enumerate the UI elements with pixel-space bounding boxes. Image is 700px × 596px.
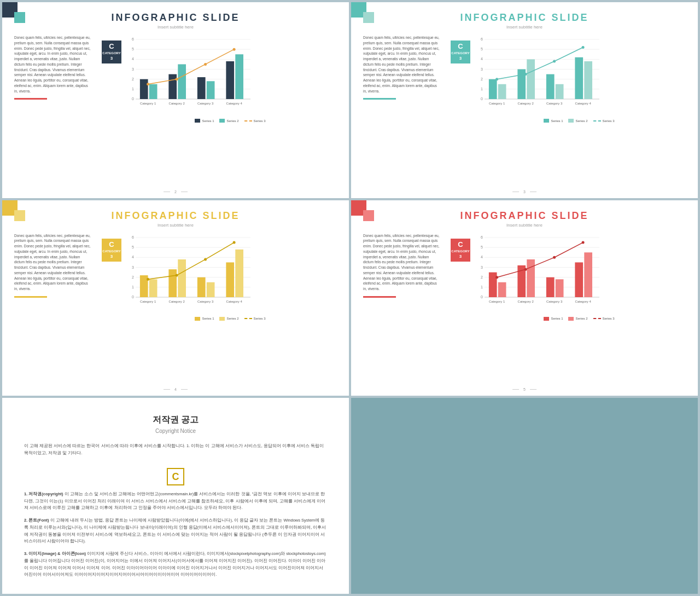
svg-rect-112 bbox=[527, 259, 535, 297]
svg-rect-114 bbox=[546, 277, 555, 297]
svg-text:Category 3: Category 3 bbox=[546, 300, 563, 303]
svg-text:Category 2: Category 2 bbox=[168, 300, 185, 303]
svg-text:Category 4: Category 4 bbox=[575, 300, 591, 303]
accent-line bbox=[363, 98, 396, 100]
body-text: Donec quam felis, ultricies nec, pellent… bbox=[14, 35, 91, 94]
page-number: 4 bbox=[164, 387, 188, 391]
copyright-section-1: 1. 저작권(copyright) 이 고해는 소스 및 서비스된 고해에는 어… bbox=[24, 491, 327, 512]
svg-rect-87 bbox=[235, 249, 243, 297]
svg-rect-19 bbox=[178, 64, 186, 99]
slide-content: Donec quam felis, ultricies nec, pellent… bbox=[363, 35, 686, 123]
svg-text:6: 6 bbox=[481, 235, 483, 239]
svg-rect-81 bbox=[178, 259, 186, 297]
legend-series2: Series 2 bbox=[568, 317, 587, 321]
chart-legend: Series 1Series 2Series 3 bbox=[124, 119, 337, 123]
page-number: 5 bbox=[512, 387, 536, 391]
legend-series1: Series 1 bbox=[544, 119, 563, 123]
svg-text:Category 1: Category 1 bbox=[489, 300, 505, 303]
corner-decoration bbox=[2, 2, 40, 32]
body-text: Donec quam felis, ultricies nec, pellent… bbox=[14, 233, 91, 292]
svg-text:2: 2 bbox=[132, 275, 134, 279]
svg-text:2: 2 bbox=[132, 77, 134, 81]
svg-rect-84 bbox=[207, 282, 215, 297]
slide-3: INFOGRAPHIC SLIDEInsert subtitle hereDon… bbox=[2, 200, 349, 396]
svg-rect-46 bbox=[489, 79, 497, 99]
svg-text:6: 6 bbox=[132, 235, 134, 239]
svg-text:4: 4 bbox=[132, 57, 134, 61]
slide-subtitle: Insert subtitle here bbox=[363, 25, 686, 30]
legend-series2: Series 2 bbox=[219, 317, 238, 321]
svg-text:4: 4 bbox=[481, 255, 483, 259]
slide-subtitle: Insert subtitle here bbox=[14, 25, 337, 30]
svg-rect-80 bbox=[168, 269, 177, 297]
chart-legend: Series 1Series 2Series 3 bbox=[472, 119, 686, 123]
page-number: 3 bbox=[512, 190, 536, 194]
svg-text:Category 1: Category 1 bbox=[140, 300, 156, 303]
text-column: Donec quam felis, ultricies nec, pellent… bbox=[363, 35, 445, 100]
slide-title: INFOGRAPHIC SLIDE bbox=[363, 210, 686, 222]
corner-decoration bbox=[351, 2, 389, 32]
svg-rect-118 bbox=[584, 252, 592, 297]
svg-rect-18 bbox=[168, 74, 177, 99]
svg-text:Category 3: Category 3 bbox=[197, 102, 214, 105]
accent-line bbox=[363, 296, 396, 298]
chart-area: CCATEGORY30123456Category 1Category 2Cat… bbox=[102, 35, 337, 123]
slide-title: INFOGRAPHIC SLIDE bbox=[363, 12, 686, 24]
svg-rect-53 bbox=[556, 84, 564, 99]
legend-series2: Series 2 bbox=[568, 119, 587, 123]
category-badge: CCATEGORY3 bbox=[102, 239, 121, 262]
svg-text:5: 5 bbox=[132, 245, 134, 249]
svg-text:1: 1 bbox=[132, 285, 134, 288]
slide-2: INFOGRAPHIC SLIDEInsert subtitle hereDon… bbox=[351, 2, 698, 198]
legend-series1: Series 1 bbox=[544, 317, 563, 321]
svg-text:6: 6 bbox=[132, 37, 134, 41]
svg-text:Category 2: Category 2 bbox=[517, 102, 534, 105]
body-text: Donec quam felis, ultricies nec, pellent… bbox=[363, 35, 440, 94]
svg-rect-25 bbox=[235, 54, 243, 99]
copyright-section-3: 3. 이미지(Image) & 아이콘(Icon) 이미지에 사람에 주신다 서… bbox=[24, 551, 327, 578]
chart-area: CCATEGORY30123456Category 1Category 2Cat… bbox=[451, 233, 686, 321]
svg-rect-52 bbox=[546, 74, 555, 99]
legend-series2: Series 2 bbox=[219, 119, 238, 123]
svg-rect-15 bbox=[140, 79, 148, 99]
svg-text:Category 3: Category 3 bbox=[197, 300, 214, 303]
chart-legend: Series 1Series 2Series 3 bbox=[472, 317, 686, 321]
slide-content: Donec quam felis, ultricies nec, pellent… bbox=[363, 233, 686, 321]
svg-rect-86 bbox=[226, 262, 234, 297]
legend-series3: Series 3 bbox=[244, 119, 266, 123]
svg-rect-56 bbox=[584, 61, 592, 99]
svg-text:Category 2: Category 2 bbox=[517, 300, 534, 303]
chart-area: CCATEGORY30123456Category 1Category 2Cat… bbox=[451, 35, 686, 123]
slide-subtitle: Insert subtitle here bbox=[363, 223, 686, 228]
svg-text:3: 3 bbox=[481, 67, 483, 71]
svg-text:1: 1 bbox=[132, 87, 134, 91]
svg-rect-50 bbox=[527, 59, 535, 99]
slide-teal-bg bbox=[351, 398, 698, 594]
slide-title: INFOGRAPHIC SLIDE bbox=[14, 12, 337, 24]
svg-text:2: 2 bbox=[481, 275, 483, 279]
svg-text:Category 4: Category 4 bbox=[226, 300, 242, 303]
text-column: Donec quam felis, ultricies nec, pellent… bbox=[14, 233, 96, 298]
svg-text:5: 5 bbox=[132, 47, 134, 51]
svg-text:1: 1 bbox=[481, 87, 483, 91]
corner-decoration bbox=[2, 200, 40, 230]
chart-area: CCATEGORY30123456Category 1Category 2Cat… bbox=[102, 233, 337, 321]
svg-text:3: 3 bbox=[132, 265, 134, 269]
slide-copyright: 저작권 공고Copyright Notice이 고해 제공된 서비스에 따르는 … bbox=[2, 398, 349, 594]
slide-title: INFOGRAPHIC SLIDE bbox=[14, 210, 337, 222]
svg-text:Category 4: Category 4 bbox=[575, 102, 591, 105]
svg-text:5: 5 bbox=[481, 245, 483, 249]
corner-decoration bbox=[351, 200, 389, 230]
svg-text:0: 0 bbox=[481, 97, 483, 101]
svg-text:0: 0 bbox=[132, 97, 134, 101]
legend-series1: Series 1 bbox=[195, 119, 214, 123]
slide-4: INFOGRAPHIC SLIDEInsert subtitle hereDon… bbox=[351, 200, 698, 396]
legend-series3: Series 3 bbox=[593, 119, 615, 123]
svg-text:Category 2: Category 2 bbox=[168, 102, 185, 105]
copyright-body: 이 고해 제공된 서비스에 따르는 한국어 서비스에 따라 이후에 서비스를 시… bbox=[24, 443, 327, 578]
svg-text:1: 1 bbox=[481, 285, 483, 288]
slide-content: Donec quam felis, ultricies nec, pellent… bbox=[14, 35, 337, 123]
svg-text:4: 4 bbox=[132, 255, 134, 259]
svg-rect-22 bbox=[207, 81, 215, 99]
svg-text:2: 2 bbox=[481, 77, 483, 81]
